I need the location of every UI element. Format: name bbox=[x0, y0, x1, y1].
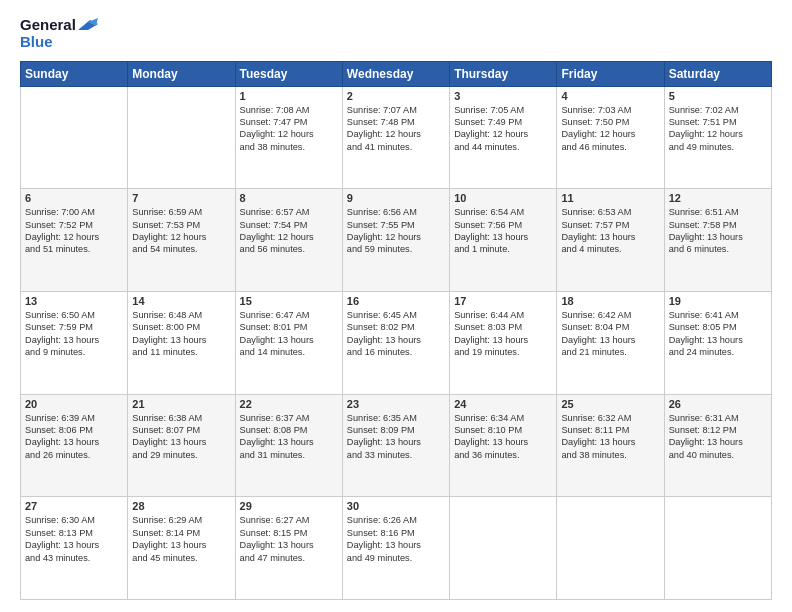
col-header-monday: Monday bbox=[128, 61, 235, 86]
calendar-cell bbox=[128, 86, 235, 189]
calendar-cell: 29Sunrise: 6:27 AM Sunset: 8:15 PM Dayli… bbox=[235, 497, 342, 600]
day-info: Sunrise: 6:30 AM Sunset: 8:13 PM Dayligh… bbox=[25, 514, 123, 564]
day-info: Sunrise: 6:35 AM Sunset: 8:09 PM Dayligh… bbox=[347, 412, 445, 462]
week-row-1: 1Sunrise: 7:08 AM Sunset: 7:47 PM Daylig… bbox=[21, 86, 772, 189]
day-info: Sunrise: 7:05 AM Sunset: 7:49 PM Dayligh… bbox=[454, 104, 552, 154]
calendar-cell: 13Sunrise: 6:50 AM Sunset: 7:59 PM Dayli… bbox=[21, 291, 128, 394]
day-info: Sunrise: 7:00 AM Sunset: 7:52 PM Dayligh… bbox=[25, 206, 123, 256]
calendar-cell bbox=[450, 497, 557, 600]
calendar-cell: 22Sunrise: 6:37 AM Sunset: 8:08 PM Dayli… bbox=[235, 394, 342, 497]
calendar-cell: 4Sunrise: 7:03 AM Sunset: 7:50 PM Daylig… bbox=[557, 86, 664, 189]
header: General Blue bbox=[20, 16, 772, 51]
day-info: Sunrise: 6:59 AM Sunset: 7:53 PM Dayligh… bbox=[132, 206, 230, 256]
day-info: Sunrise: 7:08 AM Sunset: 7:47 PM Dayligh… bbox=[240, 104, 338, 154]
calendar-cell: 7Sunrise: 6:59 AM Sunset: 7:53 PM Daylig… bbox=[128, 189, 235, 292]
day-info: Sunrise: 6:37 AM Sunset: 8:08 PM Dayligh… bbox=[240, 412, 338, 462]
day-number: 21 bbox=[132, 398, 230, 410]
day-info: Sunrise: 6:56 AM Sunset: 7:55 PM Dayligh… bbox=[347, 206, 445, 256]
calendar-header-row: SundayMondayTuesdayWednesdayThursdayFrid… bbox=[21, 61, 772, 86]
day-info: Sunrise: 6:27 AM Sunset: 8:15 PM Dayligh… bbox=[240, 514, 338, 564]
day-info: Sunrise: 6:48 AM Sunset: 8:00 PM Dayligh… bbox=[132, 309, 230, 359]
calendar-cell: 1Sunrise: 7:08 AM Sunset: 7:47 PM Daylig… bbox=[235, 86, 342, 189]
day-number: 14 bbox=[132, 295, 230, 307]
calendar-cell: 26Sunrise: 6:31 AM Sunset: 8:12 PM Dayli… bbox=[664, 394, 771, 497]
logo-general-text: General bbox=[20, 17, 76, 34]
day-info: Sunrise: 6:47 AM Sunset: 8:01 PM Dayligh… bbox=[240, 309, 338, 359]
day-number: 6 bbox=[25, 192, 123, 204]
day-info: Sunrise: 6:29 AM Sunset: 8:14 PM Dayligh… bbox=[132, 514, 230, 564]
day-info: Sunrise: 6:32 AM Sunset: 8:11 PM Dayligh… bbox=[561, 412, 659, 462]
calendar-table: SundayMondayTuesdayWednesdayThursdayFrid… bbox=[20, 61, 772, 601]
day-info: Sunrise: 6:31 AM Sunset: 8:12 PM Dayligh… bbox=[669, 412, 767, 462]
day-info: Sunrise: 6:57 AM Sunset: 7:54 PM Dayligh… bbox=[240, 206, 338, 256]
calendar-cell: 15Sunrise: 6:47 AM Sunset: 8:01 PM Dayli… bbox=[235, 291, 342, 394]
day-number: 13 bbox=[25, 295, 123, 307]
day-number: 4 bbox=[561, 90, 659, 102]
day-info: Sunrise: 6:42 AM Sunset: 8:04 PM Dayligh… bbox=[561, 309, 659, 359]
day-number: 19 bbox=[669, 295, 767, 307]
col-header-thursday: Thursday bbox=[450, 61, 557, 86]
day-number: 1 bbox=[240, 90, 338, 102]
day-number: 3 bbox=[454, 90, 552, 102]
day-number: 17 bbox=[454, 295, 552, 307]
calendar-cell: 20Sunrise: 6:39 AM Sunset: 8:06 PM Dayli… bbox=[21, 394, 128, 497]
calendar-cell: 5Sunrise: 7:02 AM Sunset: 7:51 PM Daylig… bbox=[664, 86, 771, 189]
calendar-cell: 9Sunrise: 6:56 AM Sunset: 7:55 PM Daylig… bbox=[342, 189, 449, 292]
day-info: Sunrise: 6:53 AM Sunset: 7:57 PM Dayligh… bbox=[561, 206, 659, 256]
day-number: 28 bbox=[132, 500, 230, 512]
day-number: 5 bbox=[669, 90, 767, 102]
col-header-sunday: Sunday bbox=[21, 61, 128, 86]
calendar-cell: 11Sunrise: 6:53 AM Sunset: 7:57 PM Dayli… bbox=[557, 189, 664, 292]
day-number: 16 bbox=[347, 295, 445, 307]
day-number: 25 bbox=[561, 398, 659, 410]
day-number: 23 bbox=[347, 398, 445, 410]
calendar-cell: 24Sunrise: 6:34 AM Sunset: 8:10 PM Dayli… bbox=[450, 394, 557, 497]
day-info: Sunrise: 6:26 AM Sunset: 8:16 PM Dayligh… bbox=[347, 514, 445, 564]
logo-blue-text: Blue bbox=[20, 34, 98, 51]
calendar-cell: 18Sunrise: 6:42 AM Sunset: 8:04 PM Dayli… bbox=[557, 291, 664, 394]
day-number: 8 bbox=[240, 192, 338, 204]
day-number: 26 bbox=[669, 398, 767, 410]
day-number: 29 bbox=[240, 500, 338, 512]
calendar-cell: 3Sunrise: 7:05 AM Sunset: 7:49 PM Daylig… bbox=[450, 86, 557, 189]
week-row-3: 13Sunrise: 6:50 AM Sunset: 7:59 PM Dayli… bbox=[21, 291, 772, 394]
day-number: 15 bbox=[240, 295, 338, 307]
day-number: 20 bbox=[25, 398, 123, 410]
day-info: Sunrise: 6:38 AM Sunset: 8:07 PM Dayligh… bbox=[132, 412, 230, 462]
calendar-cell: 2Sunrise: 7:07 AM Sunset: 7:48 PM Daylig… bbox=[342, 86, 449, 189]
day-number: 9 bbox=[347, 192, 445, 204]
calendar-cell: 8Sunrise: 6:57 AM Sunset: 7:54 PM Daylig… bbox=[235, 189, 342, 292]
col-header-friday: Friday bbox=[557, 61, 664, 86]
logo-container: General Blue bbox=[20, 16, 98, 51]
day-info: Sunrise: 6:41 AM Sunset: 8:05 PM Dayligh… bbox=[669, 309, 767, 359]
day-info: Sunrise: 6:39 AM Sunset: 8:06 PM Dayligh… bbox=[25, 412, 123, 462]
calendar-cell: 23Sunrise: 6:35 AM Sunset: 8:09 PM Dayli… bbox=[342, 394, 449, 497]
calendar-cell: 16Sunrise: 6:45 AM Sunset: 8:02 PM Dayli… bbox=[342, 291, 449, 394]
calendar-cell bbox=[21, 86, 128, 189]
calendar-cell: 28Sunrise: 6:29 AM Sunset: 8:14 PM Dayli… bbox=[128, 497, 235, 600]
calendar-cell: 19Sunrise: 6:41 AM Sunset: 8:05 PM Dayli… bbox=[664, 291, 771, 394]
col-header-tuesday: Tuesday bbox=[235, 61, 342, 86]
calendar-cell: 21Sunrise: 6:38 AM Sunset: 8:07 PM Dayli… bbox=[128, 394, 235, 497]
day-number: 30 bbox=[347, 500, 445, 512]
day-info: Sunrise: 6:34 AM Sunset: 8:10 PM Dayligh… bbox=[454, 412, 552, 462]
page: General Blue SundayMondayTuesdayWednesda… bbox=[0, 0, 792, 612]
day-number: 7 bbox=[132, 192, 230, 204]
calendar-cell: 14Sunrise: 6:48 AM Sunset: 8:00 PM Dayli… bbox=[128, 291, 235, 394]
day-number: 24 bbox=[454, 398, 552, 410]
day-number: 12 bbox=[669, 192, 767, 204]
calendar-cell: 10Sunrise: 6:54 AM Sunset: 7:56 PM Dayli… bbox=[450, 189, 557, 292]
day-number: 10 bbox=[454, 192, 552, 204]
day-info: Sunrise: 6:51 AM Sunset: 7:58 PM Dayligh… bbox=[669, 206, 767, 256]
day-info: Sunrise: 7:07 AM Sunset: 7:48 PM Dayligh… bbox=[347, 104, 445, 154]
week-row-4: 20Sunrise: 6:39 AM Sunset: 8:06 PM Dayli… bbox=[21, 394, 772, 497]
col-header-wednesday: Wednesday bbox=[342, 61, 449, 86]
calendar-cell: 27Sunrise: 6:30 AM Sunset: 8:13 PM Dayli… bbox=[21, 497, 128, 600]
calendar-cell bbox=[557, 497, 664, 600]
calendar-cell: 17Sunrise: 6:44 AM Sunset: 8:03 PM Dayli… bbox=[450, 291, 557, 394]
week-row-5: 27Sunrise: 6:30 AM Sunset: 8:13 PM Dayli… bbox=[21, 497, 772, 600]
calendar-cell: 25Sunrise: 6:32 AM Sunset: 8:11 PM Dayli… bbox=[557, 394, 664, 497]
day-info: Sunrise: 6:44 AM Sunset: 8:03 PM Dayligh… bbox=[454, 309, 552, 359]
day-info: Sunrise: 6:50 AM Sunset: 7:59 PM Dayligh… bbox=[25, 309, 123, 359]
day-number: 18 bbox=[561, 295, 659, 307]
